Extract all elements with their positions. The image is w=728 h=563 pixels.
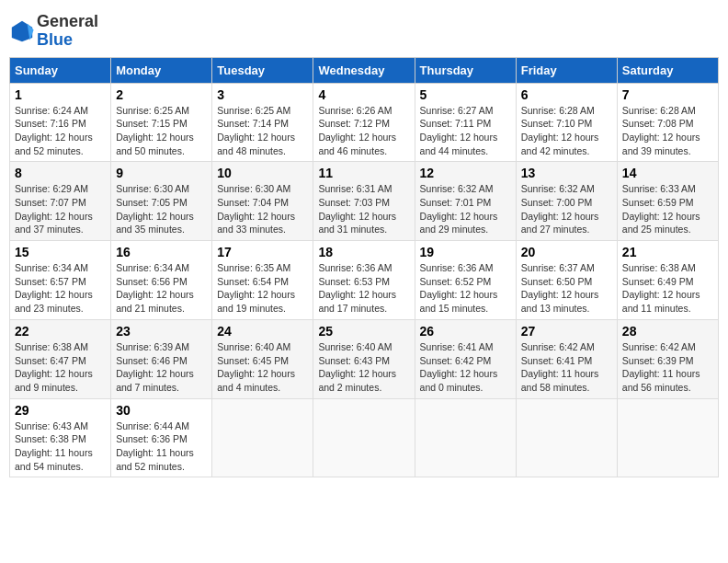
- calendar-cell: 3Sunrise: 6:25 AMSunset: 7:14 PMDaylight…: [212, 83, 313, 162]
- calendar-cell: 5Sunrise: 6:27 AMSunset: 7:11 PMDaylight…: [415, 83, 516, 162]
- day-info: Sunrise: 6:34 AMSunset: 6:57 PMDaylight:…: [15, 261, 106, 316]
- day-number: 6: [521, 87, 612, 102]
- day-header-saturday: Saturday: [617, 57, 718, 83]
- day-number: 18: [318, 245, 409, 259]
- day-info: Sunrise: 6:38 AMSunset: 6:47 PMDaylight:…: [15, 340, 106, 395]
- calendar-cell: 28Sunrise: 6:42 AMSunset: 6:39 PMDayligh…: [617, 319, 718, 398]
- day-number: 14: [622, 166, 713, 180]
- day-number: 27: [521, 324, 612, 339]
- day-number: 22: [15, 324, 106, 339]
- calendar-cell: 13Sunrise: 6:32 AMSunset: 7:00 PMDayligh…: [516, 162, 617, 241]
- day-number: 15: [15, 245, 106, 259]
- day-number: 4: [318, 87, 409, 102]
- logo-icon: [9, 18, 35, 44]
- calendar-cell: [313, 398, 415, 477]
- day-info: Sunrise: 6:34 AMSunset: 6:56 PMDaylight:…: [116, 261, 207, 316]
- day-number: 20: [521, 245, 612, 259]
- calendar-cell: 11Sunrise: 6:31 AMSunset: 7:03 PMDayligh…: [313, 162, 415, 241]
- calendar-cell: 30Sunrise: 6:44 AMSunset: 6:36 PMDayligh…: [111, 398, 212, 477]
- day-header-monday: Monday: [111, 57, 212, 83]
- day-info: Sunrise: 6:32 AMSunset: 7:00 PMDaylight:…: [521, 182, 612, 236]
- day-number: 26: [420, 324, 511, 339]
- day-info: Sunrise: 6:43 AMSunset: 6:38 PMDaylight:…: [15, 419, 106, 474]
- day-number: 13: [521, 166, 612, 180]
- day-info: Sunrise: 6:35 AMSunset: 6:54 PMDaylight:…: [217, 261, 308, 316]
- day-header-sunday: Sunday: [10, 57, 111, 83]
- day-info: Sunrise: 6:38 AMSunset: 6:49 PMDaylight:…: [622, 261, 713, 316]
- day-info: Sunrise: 6:28 AMSunset: 7:10 PMDaylight:…: [521, 104, 612, 158]
- day-number: 23: [116, 324, 207, 339]
- day-info: Sunrise: 6:36 AMSunset: 6:52 PMDaylight:…: [420, 261, 511, 316]
- day-header-friday: Friday: [516, 57, 617, 83]
- day-info: Sunrise: 6:37 AMSunset: 6:50 PMDaylight:…: [521, 261, 612, 316]
- day-number: 12: [420, 166, 511, 180]
- day-info: Sunrise: 6:27 AMSunset: 7:11 PMDaylight:…: [420, 104, 511, 158]
- day-info: Sunrise: 6:42 AMSunset: 6:39 PMDaylight:…: [622, 340, 713, 395]
- day-info: Sunrise: 6:30 AMSunset: 7:04 PMDaylight:…: [217, 182, 308, 236]
- calendar-cell: 4Sunrise: 6:26 AMSunset: 7:12 PMDaylight…: [313, 83, 415, 162]
- calendar-cell: 22Sunrise: 6:38 AMSunset: 6:47 PMDayligh…: [10, 319, 111, 398]
- day-info: Sunrise: 6:39 AMSunset: 6:46 PMDaylight:…: [116, 340, 207, 395]
- calendar-cell: 18Sunrise: 6:36 AMSunset: 6:53 PMDayligh…: [313, 241, 415, 320]
- calendar-cell: [516, 398, 617, 477]
- calendar-table: SundayMondayTuesdayWednesdayThursdayFrid…: [9, 57, 719, 478]
- day-number: 24: [217, 324, 308, 339]
- calendar-cell: 27Sunrise: 6:42 AMSunset: 6:41 PMDayligh…: [516, 319, 617, 398]
- day-number: 1: [15, 87, 106, 102]
- day-number: 8: [15, 166, 106, 180]
- day-number: 3: [217, 87, 308, 102]
- day-number: 16: [116, 245, 207, 259]
- calendar-cell: 26Sunrise: 6:41 AMSunset: 6:42 PMDayligh…: [415, 319, 516, 398]
- day-number: 25: [318, 324, 409, 339]
- day-number: 9: [116, 166, 207, 180]
- day-info: Sunrise: 6:40 AMSunset: 6:43 PMDaylight:…: [318, 340, 409, 395]
- day-info: Sunrise: 6:29 AMSunset: 7:07 PMDaylight:…: [15, 182, 106, 236]
- day-number: 19: [420, 245, 511, 259]
- day-info: Sunrise: 6:30 AMSunset: 7:05 PMDaylight:…: [116, 182, 207, 236]
- day-header-thursday: Thursday: [415, 57, 516, 83]
- day-info: Sunrise: 6:32 AMSunset: 7:01 PMDaylight:…: [420, 182, 511, 236]
- day-info: Sunrise: 6:40 AMSunset: 6:45 PMDaylight:…: [217, 340, 308, 395]
- calendar-cell: 17Sunrise: 6:35 AMSunset: 6:54 PMDayligh…: [212, 241, 313, 320]
- day-number: 5: [420, 87, 511, 102]
- day-info: Sunrise: 6:41 AMSunset: 6:42 PMDaylight:…: [420, 340, 511, 395]
- day-info: Sunrise: 6:25 AMSunset: 7:14 PMDaylight:…: [217, 104, 308, 158]
- day-number: 11: [318, 166, 409, 180]
- day-info: Sunrise: 6:31 AMSunset: 7:03 PMDaylight:…: [318, 182, 409, 236]
- calendar-cell: 16Sunrise: 6:34 AMSunset: 6:56 PMDayligh…: [111, 241, 212, 320]
- calendar-cell: 9Sunrise: 6:30 AMSunset: 7:05 PMDaylight…: [111, 162, 212, 241]
- day-info: Sunrise: 6:42 AMSunset: 6:41 PMDaylight:…: [521, 340, 612, 395]
- calendar-cell: [617, 398, 718, 477]
- calendar-cell: 10Sunrise: 6:30 AMSunset: 7:04 PMDayligh…: [212, 162, 313, 241]
- day-info: Sunrise: 6:44 AMSunset: 6:36 PMDaylight:…: [116, 419, 207, 474]
- calendar-cell: 25Sunrise: 6:40 AMSunset: 6:43 PMDayligh…: [313, 319, 415, 398]
- calendar-cell: 20Sunrise: 6:37 AMSunset: 6:50 PMDayligh…: [516, 241, 617, 320]
- calendar-cell: 23Sunrise: 6:39 AMSunset: 6:46 PMDayligh…: [111, 319, 212, 398]
- calendar-cell: 21Sunrise: 6:38 AMSunset: 6:49 PMDayligh…: [617, 241, 718, 320]
- day-number: 29: [15, 403, 106, 418]
- calendar-cell: 6Sunrise: 6:28 AMSunset: 7:10 PMDaylight…: [516, 83, 617, 162]
- day-info: Sunrise: 6:26 AMSunset: 7:12 PMDaylight:…: [318, 104, 409, 158]
- day-info: Sunrise: 6:36 AMSunset: 6:53 PMDaylight:…: [318, 261, 409, 316]
- day-number: 7: [622, 87, 713, 102]
- day-number: 17: [217, 245, 308, 259]
- day-info: Sunrise: 6:28 AMSunset: 7:08 PMDaylight:…: [622, 104, 713, 158]
- calendar-cell: 29Sunrise: 6:43 AMSunset: 6:38 PMDayligh…: [10, 398, 111, 477]
- calendar-cell: 7Sunrise: 6:28 AMSunset: 7:08 PMDaylight…: [617, 83, 718, 162]
- calendar-cell: 1Sunrise: 6:24 AMSunset: 7:16 PMDaylight…: [10, 83, 111, 162]
- day-info: Sunrise: 6:24 AMSunset: 7:16 PMDaylight:…: [15, 104, 106, 158]
- day-number: 2: [116, 87, 207, 102]
- day-number: 30: [116, 403, 207, 418]
- calendar-cell: [212, 398, 313, 477]
- day-header-tuesday: Tuesday: [212, 57, 313, 83]
- calendar-cell: 15Sunrise: 6:34 AMSunset: 6:57 PMDayligh…: [10, 241, 111, 320]
- day-number: 10: [217, 166, 308, 180]
- calendar-cell: 12Sunrise: 6:32 AMSunset: 7:01 PMDayligh…: [415, 162, 516, 241]
- day-info: Sunrise: 6:25 AMSunset: 7:15 PMDaylight:…: [116, 104, 207, 158]
- day-header-wednesday: Wednesday: [313, 57, 415, 83]
- calendar-cell: 14Sunrise: 6:33 AMSunset: 6:59 PMDayligh…: [617, 162, 718, 241]
- logo-text: GeneralBlue: [37, 13, 98, 50]
- calendar-cell: [415, 398, 516, 477]
- calendar-cell: 19Sunrise: 6:36 AMSunset: 6:52 PMDayligh…: [415, 241, 516, 320]
- calendar-cell: 24Sunrise: 6:40 AMSunset: 6:45 PMDayligh…: [212, 319, 313, 398]
